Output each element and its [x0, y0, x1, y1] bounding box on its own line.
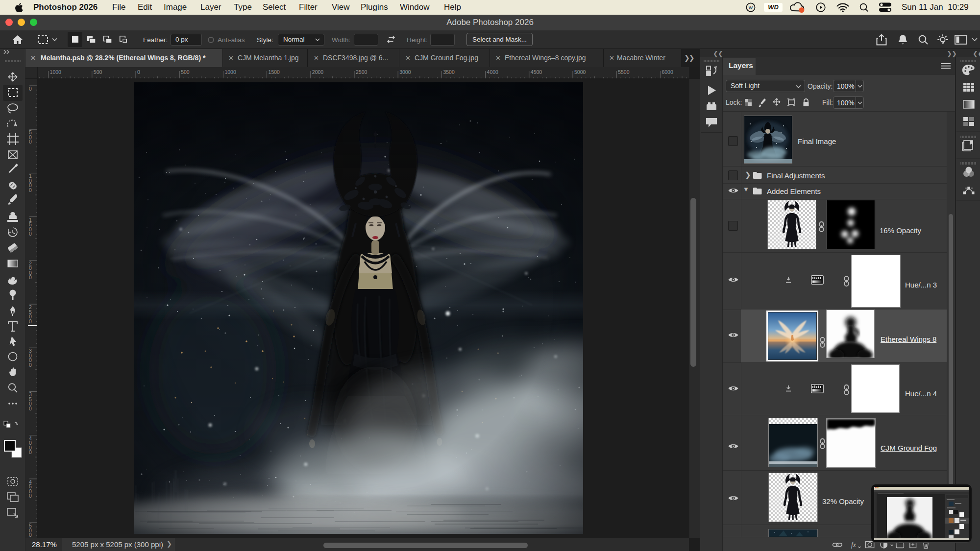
svg-text:3500: 3500	[443, 69, 455, 75]
svg-text:4000: 4000	[487, 69, 499, 75]
svg-text:1500: 1500	[269, 69, 280, 75]
svg-text:500: 500	[94, 69, 102, 75]
svg-text:500: 500	[181, 69, 190, 75]
svg-text:0: 0	[29, 187, 32, 193]
svg-text:1000: 1000	[50, 69, 62, 75]
svg-text:0: 0	[29, 86, 32, 92]
svg-text:0: 0	[29, 139, 32, 144]
svg-text:0: 0	[137, 69, 140, 75]
svg-text:0: 0	[29, 231, 32, 237]
svg-text:0: 0	[29, 449, 32, 455]
svg-text:0: 0	[29, 318, 32, 324]
svg-text:4500: 4500	[531, 69, 542, 75]
svg-text:fx: fx	[851, 541, 856, 549]
svg-text:w: w	[748, 4, 753, 10]
svg-text:3000: 3000	[399, 69, 411, 75]
svg-text:2500: 2500	[356, 69, 368, 75]
svg-text:1000: 1000	[224, 69, 236, 75]
svg-text:5000: 5000	[574, 69, 586, 75]
svg-text:0: 0	[29, 493, 32, 499]
svg-text:0: 0	[29, 406, 32, 411]
svg-text:0: 0	[29, 274, 32, 280]
svg-text:5500: 5500	[618, 69, 630, 75]
svg-text:2000: 2000	[312, 69, 324, 75]
svg-text:0: 0	[29, 362, 32, 368]
svg-text:6000: 6000	[662, 69, 673, 75]
